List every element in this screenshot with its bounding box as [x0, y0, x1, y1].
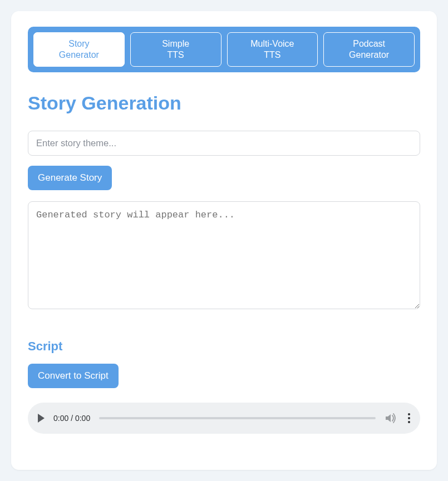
- tab-podcast-generator[interactable]: Podcast Generator: [323, 32, 415, 67]
- tab-simple-tts[interactable]: Simple TTS: [130, 32, 221, 67]
- tab-multi-voice-tts[interactable]: Multi-Voice TTS: [227, 32, 318, 67]
- generated-story-output[interactable]: [28, 201, 420, 309]
- script-section-title: Script: [28, 339, 420, 354]
- play-icon[interactable]: [38, 414, 45, 423]
- audio-player[interactable]: 0:00 / 0:00: [28, 403, 420, 434]
- audio-progress-track[interactable]: [99, 417, 376, 419]
- tab-bar: Story Generator Simple TTS Multi-Voice T…: [28, 27, 420, 72]
- audio-time: 0:00 / 0:00: [53, 414, 90, 423]
- audio-menu-icon[interactable]: [406, 411, 412, 425]
- convert-to-script-button[interactable]: Convert to Script: [28, 364, 119, 388]
- tab-story-generator[interactable]: Story Generator: [33, 32, 125, 67]
- page-title: Story Generation: [28, 92, 420, 114]
- generate-story-button[interactable]: Generate Story: [28, 166, 112, 190]
- volume-icon[interactable]: [385, 413, 397, 424]
- story-theme-input[interactable]: [28, 131, 420, 156]
- main-card: Story Generator Simple TTS Multi-Voice T…: [11, 11, 437, 470]
